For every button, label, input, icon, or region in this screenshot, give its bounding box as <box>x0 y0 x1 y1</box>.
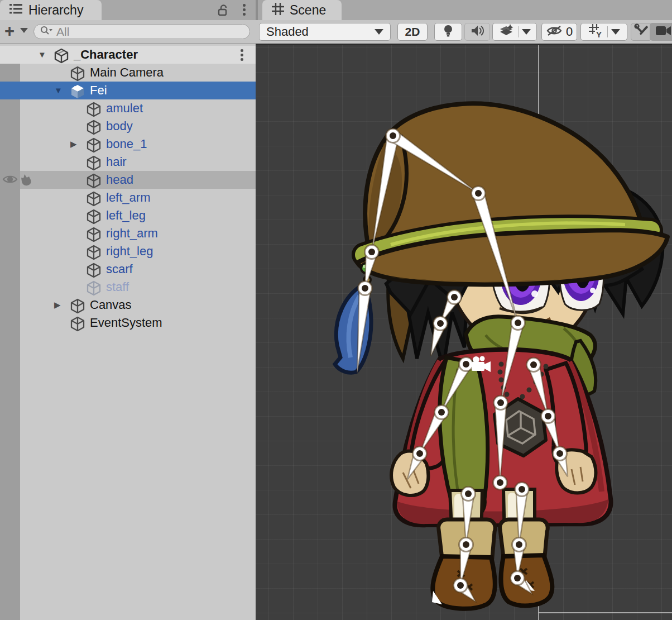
lightbulb-icon <box>442 24 454 40</box>
unity-editor-window: Hierarchy + All ▼_CharacterMain Camera▼F… <box>0 0 672 620</box>
object-label: scarf <box>106 262 133 276</box>
hierarchy-row-canvas[interactable]: ▶Canvas <box>0 296 256 314</box>
camera-overlay-zone[interactable] <box>650 23 672 41</box>
tools-icon <box>634 23 649 40</box>
object-label: right_arm <box>106 226 158 241</box>
eye-hidden-icon <box>546 24 563 40</box>
effects-dropdown[interactable] <box>492 23 537 41</box>
search-icon <box>40 25 53 39</box>
tools-button[interactable] <box>631 23 652 41</box>
hierarchy-row-head[interactable]: head <box>0 171 256 189</box>
scene-tab-label: Scene <box>290 3 326 18</box>
scene-viewport[interactable] <box>256 44 672 620</box>
add-object-button[interactable]: + <box>4 21 15 41</box>
tab-scene[interactable]: Scene <box>262 0 342 20</box>
hierarchy-row-right-leg[interactable]: right_leg <box>0 242 256 260</box>
object-label: head <box>106 173 133 187</box>
add-object-dropdown-icon[interactable] <box>20 28 28 33</box>
object-label: hair <box>106 155 127 169</box>
hidden-objects-button[interactable]: 0 <box>541 23 577 41</box>
camera-icon <box>655 25 672 39</box>
object-label: staff <box>106 280 129 294</box>
svg-text:Y: Y <box>596 30 602 38</box>
hierarchy-tab-label: Hierarchy <box>28 3 83 18</box>
pick-hand-icon[interactable] <box>19 173 33 190</box>
grid-settings-icon: Y <box>588 23 604 40</box>
hierarchy-row-left-arm[interactable]: left_arm <box>0 189 256 207</box>
grid-icon <box>271 2 285 18</box>
object-label: EventSystem <box>90 316 162 330</box>
search-placeholder: All <box>56 25 69 39</box>
object-label: bone_1 <box>106 137 147 151</box>
object-label: right_leg <box>106 244 153 259</box>
toggle-2d-button[interactable]: 2D <box>397 23 428 41</box>
hierarchy-row--character[interactable]: ▼_Character <box>0 46 256 64</box>
object-label: Canvas <box>90 298 132 312</box>
hierarchy-panel: Hierarchy + All ▼_CharacterMain Camera▼F… <box>0 0 256 620</box>
draw-mode-label: Shaded <box>266 25 309 39</box>
object-label: _Character <box>74 47 138 62</box>
audio-icon <box>471 25 484 39</box>
hierarchy-toolbar: + All <box>0 20 256 44</box>
hierarchy-row-left-leg[interactable]: left_leg <box>0 207 256 225</box>
hierarchy-search-input[interactable]: All <box>33 24 250 39</box>
foldout-closed-icon[interactable]: ▶ <box>70 140 77 149</box>
hierarchy-rows: ▼_CharacterMain Camera▼Feiamuletbody▶bon… <box>0 46 256 620</box>
hierarchy-row-body[interactable]: body <box>0 117 256 135</box>
hierarchy-row-hair[interactable]: hair <box>0 153 256 171</box>
object-label: Fei <box>90 83 107 98</box>
object-label: Main Camera <box>90 65 164 80</box>
hierarchy-row-eventsystem[interactable]: EventSystem <box>0 314 256 332</box>
kebab-menu-icon[interactable] <box>241 49 243 63</box>
object-label: body <box>106 119 133 133</box>
foldout-closed-icon[interactable]: ▶ <box>54 301 61 309</box>
chevron-down-icon <box>375 29 383 35</box>
hierarchy-row-main-camera[interactable]: Main Camera <box>0 64 256 82</box>
hierarchy-row-right-arm[interactable]: right_arm <box>0 225 256 242</box>
hierarchy-row-bone-1[interactable]: ▶bone_1 <box>0 135 256 153</box>
hierarchy-tabbar: Hierarchy <box>0 0 256 20</box>
eye-icon[interactable] <box>2 173 18 189</box>
separator <box>607 26 608 37</box>
unlock-icon[interactable] <box>217 4 230 20</box>
scene-toolbar: Shaded 2D <box>256 20 672 44</box>
chevron-down-icon <box>522 29 531 35</box>
object-label: left_arm <box>106 190 150 205</box>
hierarchy-row-scarf[interactable]: scarf <box>0 260 256 278</box>
draw-mode-dropdown[interactable]: Shaded <box>259 23 391 41</box>
scene-tabbar: Scene <box>256 0 672 20</box>
lighting-toggle-button[interactable] <box>434 23 462 41</box>
list-icon <box>9 2 23 18</box>
hierarchy-row-fei[interactable]: ▼Fei <box>0 82 256 99</box>
effects-icon <box>499 23 515 40</box>
hierarchy-row-staff[interactable]: staff <box>0 278 256 296</box>
object-label: amulet <box>106 101 143 116</box>
scene-panel: Scene Shaded 2D <box>256 0 672 620</box>
hidden-count: 0 <box>566 25 573 39</box>
chevron-down-icon <box>611 29 620 35</box>
cube-icon <box>70 316 85 335</box>
grid-settings-dropdown[interactable]: Y <box>580 23 627 41</box>
tab-hierarchy[interactable]: Hierarchy <box>0 0 102 20</box>
2d-label: 2D <box>405 25 420 39</box>
audio-toggle-button[interactable] <box>464 23 490 41</box>
foldout-open-icon[interactable]: ▼ <box>54 86 63 95</box>
object-label: left_leg <box>106 208 146 223</box>
foldout-open-icon[interactable]: ▼ <box>38 50 46 59</box>
separator <box>518 26 519 37</box>
camera-gizmo-icon <box>256 44 672 620</box>
kebab-menu-icon[interactable] <box>243 4 246 17</box>
hierarchy-row-amulet[interactable]: amulet <box>0 99 256 117</box>
